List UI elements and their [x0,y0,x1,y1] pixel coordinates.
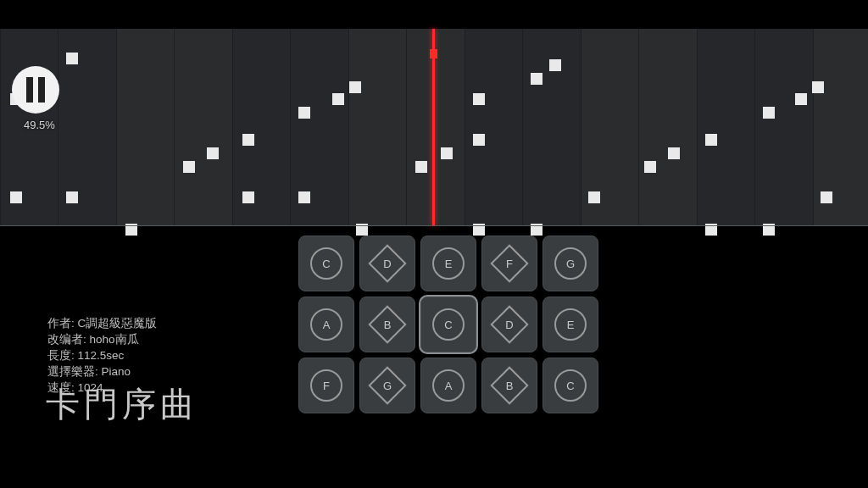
lane-column [116,29,175,225]
key-label: C [566,380,574,392]
key-label: E [567,319,575,331]
pause-icon [38,77,45,103]
note-block [207,147,219,159]
note-block [10,191,22,203]
lane-divider [0,225,868,226]
note-block [349,81,361,93]
info-instrument: 選擇樂器: Piano [47,363,157,380]
note-block [242,191,254,203]
note-block [441,147,453,159]
lane-column [232,29,291,225]
lane-column [697,29,755,225]
key-e-r1[interactable]: E [542,297,598,352]
key-b-r1[interactable]: B [359,297,415,352]
key-d-r1[interactable]: D [481,297,537,352]
pause-icon [26,77,33,103]
key-label: D [505,319,513,331]
note-block [332,93,344,105]
note-block [588,191,600,203]
note-block [795,93,807,105]
note-block [298,107,310,119]
key-label: G [566,258,575,270]
key-f-r2[interactable]: F [298,358,354,413]
note-block [473,134,485,146]
info-arranger: 改编者: hoho南瓜 [47,331,157,347]
key-label: F [506,258,513,270]
key-label: F [323,380,330,392]
key-c-r0[interactable]: C [298,236,354,291]
note-block [66,191,78,203]
key-label: D [383,258,391,270]
note-block [812,81,824,93]
note-block [763,107,775,119]
key-f-r0[interactable]: F [481,236,537,291]
lane-column [754,29,813,225]
progress-text: 49.5% [24,119,55,131]
note-block [66,53,78,64]
key-a-r1[interactable]: A [298,297,354,352]
note-block [183,161,195,173]
info-author: 作者: C調超級惡魔版 [47,315,157,331]
key-e-r0[interactable]: E [420,236,476,291]
pause-button[interactable] [12,66,59,114]
playhead-tick [430,49,437,58]
note-block [644,161,656,173]
note-block [473,93,485,105]
key-b-r2[interactable]: B [481,358,537,413]
key-d-r0[interactable]: D [359,236,415,291]
key-label: E [445,258,453,270]
note-block [242,134,254,146]
key-a-r2[interactable]: A [420,358,476,413]
note-block [298,191,310,203]
key-c-r2[interactable]: C [542,358,598,413]
lane-column [522,29,581,225]
playhead [432,29,435,225]
key-label: B [506,380,514,392]
song-title: 卡門序曲 [46,381,198,428]
lane-column [465,29,523,225]
note-block [821,191,832,203]
note-block [549,59,561,71]
note-block [415,161,427,173]
key-label: C [444,319,452,331]
note-block [668,147,680,159]
key-label: A [323,319,331,331]
key-label: G [383,380,392,392]
key-label: A [445,380,453,392]
lane-column [174,29,232,225]
lane-column [638,29,697,225]
key-g-r0[interactable]: G [542,236,598,291]
note-block [705,134,717,146]
key-label: C [322,258,330,270]
key-g-r2[interactable]: G [359,358,415,413]
info-length: 長度: 112.5sec [47,347,157,363]
lane-column [348,29,407,225]
key-c-r1[interactable]: C [420,297,476,352]
keypad: CDEFGABCDEFGABC [298,236,597,412]
note-block [531,73,542,85]
key-label: B [384,319,392,331]
